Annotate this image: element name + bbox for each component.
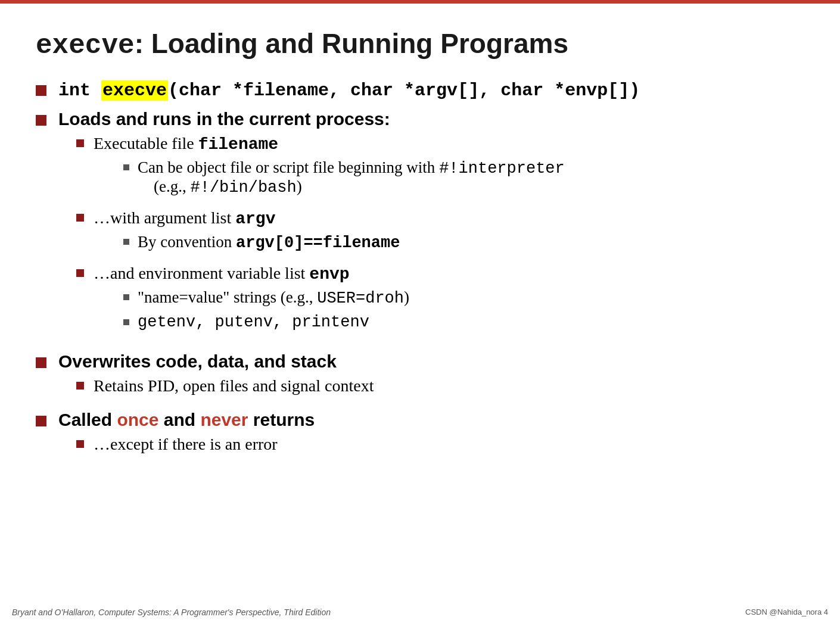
argv-bold: argv [235,210,275,228]
bash-mono: #!/bin/bash [190,179,296,197]
argv-prefix: …with argument list [94,208,235,227]
sub-item-argv: …with argument list argv By convention a… [76,208,804,258]
envp-prefix: …and environment variable list [94,264,309,282]
footer-left: Bryant and O'Hallaron, Computer Systems:… [12,608,331,617]
sub-list-loads: Executable file filename Can be object f… [58,134,804,337]
filename-content: Executable file filename Can be object f… [94,134,565,203]
sub-item-envp: …and environment variable list envp "nam… [76,264,804,337]
sub-list-argv: By convention argv[0]==filename [94,233,400,252]
overwrites-content: Overwrites code, data, and stack Retains… [58,351,804,401]
sub2-namevalue: "name=value" strings (e.g., USER=droh) [123,288,409,307]
sub-list-envp: "name=value" strings (e.g., USER=droh) g… [94,288,409,331]
code-signature: int execve(char *filename, char *argv[],… [58,80,640,101]
loads-label: Loads and runs in the current process: [58,109,390,129]
bullet-small-filename [76,139,84,147]
title-suffix: : Loading and Running Programs [135,28,568,59]
sub2-getenv: getenv, putenv, printenv [123,313,409,331]
sub-item-retains: Retains PID, open files and signal conte… [76,376,804,395]
signature-content: int execve(char *filename, char *argv[],… [58,79,804,101]
bullet-tiny-1 [123,164,129,170]
bullet-small-except [76,440,84,448]
list-item-called: Called once and never returns …except if… [36,410,804,460]
slide-title: execve: Loading and Running Programs [36,27,804,61]
bullet-tiny-3 [123,294,129,300]
title-monospace: execve [36,30,135,61]
envp-content: …and environment variable list envp "nam… [94,264,409,337]
list-item-signature: int execve(char *filename, char *argv[],… [36,79,804,101]
footer-right: CSDN @Nahida_nora 4 [745,608,828,617]
retains-text: Retains PID, open files and signal conte… [94,376,374,395]
bullet-large-4 [36,416,46,426]
convention-text: By convention argv[0]==filename [138,233,400,252]
envp-bold: envp [309,265,349,284]
filename-bold: filename [198,135,278,154]
bullet-large-2 [36,115,46,126]
overwrites-label: Overwrites code, data, and stack [58,351,337,371]
loads-content: Loads and runs in the current process: E… [58,109,804,343]
main-list: int execve(char *filename, char *argv[],… [36,79,804,460]
except-text: …except if there is an error [94,435,278,454]
sub-item-except: …except if there is an error [76,435,804,454]
bullet-tiny-2 [123,239,129,245]
bullet-large-1 [36,85,46,96]
sub-list-called: …except if there is an error [58,435,804,454]
never-text: never [200,410,248,429]
once-text: once [117,410,158,429]
bullet-small-retains [76,382,84,390]
namevalue-text: "name=value" strings (e.g., USER=droh) [138,288,409,307]
bullet-tiny-4 [123,319,129,325]
bullet-small-argv [76,214,84,222]
called-content: Called once and never returns …except if… [58,410,804,460]
footer: Bryant and O'Hallaron, Computer Systems:… [0,608,840,617]
list-item-loads: Loads and runs in the current process: E… [36,109,804,343]
sub-item-filename: Executable file filename Can be object f… [76,134,804,203]
sub2-objectfile: Can be object file or script file beginn… [123,158,565,197]
called-label: Called once and never returns [58,410,315,429]
sub2-convention: By convention argv[0]==filename [123,233,400,252]
slide-content: execve: Loading and Running Programs int… [0,4,840,504]
argv0-mono: argv[0]==filename [236,234,400,252]
getenv-text: getenv, putenv, printenv [138,313,369,331]
sub-list-overwrites: Retains PID, open files and signal conte… [58,376,804,395]
list-item-overwrites: Overwrites code, data, and stack Retains… [36,351,804,401]
objectfile-text: Can be object file or script file beginn… [138,158,565,197]
filename-prefix: Executable file [94,134,198,152]
sub-list-filename: Can be object file or script file beginn… [94,158,565,197]
shebang-mono: #!interpreter [439,160,565,177]
argv-content: …with argument list argv By convention a… [94,208,400,258]
bullet-large-3 [36,357,46,368]
bullet-small-envp [76,269,84,277]
execve-highlight: execve [101,80,168,101]
userdroh-mono: USER=droh [317,289,404,307]
